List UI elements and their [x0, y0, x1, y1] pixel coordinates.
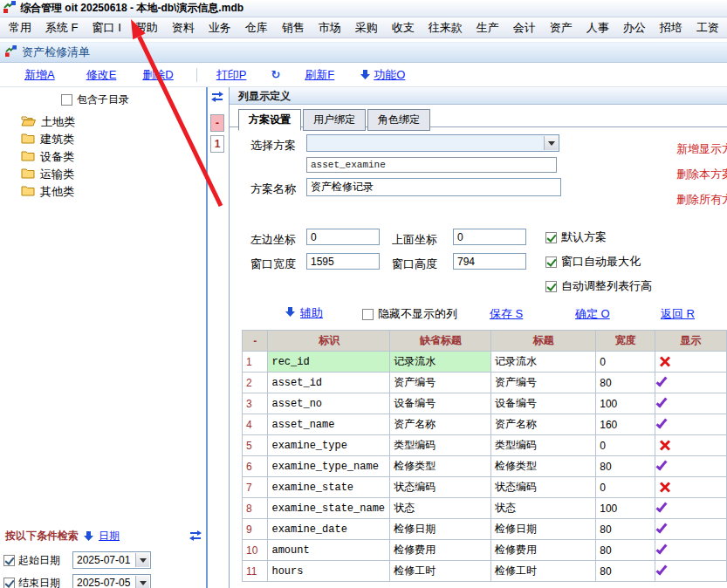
menu-item-6[interactable]: 业务: [202, 17, 238, 38]
strip-one-button[interactable]: 1: [210, 135, 224, 153]
table-row-9[interactable]: 9examine_date检修日期检修日期80: [243, 519, 727, 540]
menu-item-16[interactable]: 人事: [580, 17, 616, 38]
include-subdir-checkbox[interactable]: [61, 94, 72, 106]
table-row-11[interactable]: 11hours检修工时检修工时80: [243, 561, 727, 582]
auto-row-height-checkbox[interactable]: [545, 281, 557, 292]
menu-item-8[interactable]: 销售: [275, 17, 312, 38]
side-link-1[interactable]: 新增显示方案: [676, 141, 727, 157]
refresh-button[interactable]: 刷新F: [305, 67, 334, 83]
cell-show[interactable]: [655, 540, 726, 561]
menu-item-3[interactable]: 窗口 I: [86, 17, 128, 38]
end-date-checkbox[interactable]: [3, 578, 15, 588]
header-identifier[interactable]: 标识: [268, 331, 390, 352]
strip-swap-icon[interactable]: [210, 92, 224, 103]
edit-button[interactable]: 修改E: [86, 67, 117, 83]
print-button[interactable]: 打印P: [216, 67, 247, 83]
cell-show[interactable]: [655, 519, 726, 540]
table-row-1[interactable]: 1rec_id记录流水记录流水0: [243, 352, 727, 373]
table-row-3[interactable]: 3asset_no设备编号设备编号100: [243, 393, 727, 414]
menu-item-18[interactable]: 招培: [653, 17, 689, 38]
filter-swap-icon[interactable]: [189, 530, 202, 542]
delete-button[interactable]: 删除D: [142, 67, 173, 83]
table-row-10[interactable]: 10amount检修费用检修费用80: [243, 540, 727, 561]
table-row-5[interactable]: 5examine_type类型编码类型编码0: [243, 435, 727, 456]
menu-item-10[interactable]: 采购: [348, 17, 385, 38]
cell-show[interactable]: [655, 352, 726, 373]
end-date-combo[interactable]: 2025-07-05: [72, 574, 151, 588]
menu-item-2[interactable]: 系统 F: [38, 17, 86, 38]
cell-show[interactable]: [655, 561, 726, 582]
start-date-combo[interactable]: 2025-07-01: [72, 551, 151, 569]
table-row-7[interactable]: 7examine_state状态编码状态编码0: [243, 477, 727, 498]
start-date-checkbox[interactable]: [3, 555, 15, 566]
hide-columns-checkbox[interactable]: [362, 309, 374, 320]
tab-1[interactable]: 方案设置: [238, 109, 301, 131]
tab-3[interactable]: 角色绑定: [367, 109, 430, 131]
menu-item-15[interactable]: 资产: [543, 17, 580, 38]
table-row-6[interactable]: 6examine_type_name检修类型检修类型80: [243, 456, 727, 477]
menu-item-13[interactable]: 生产: [470, 17, 506, 38]
cell-show[interactable]: [655, 498, 726, 519]
cell-show[interactable]: [655, 414, 726, 435]
menu-item-17[interactable]: 办公: [616, 17, 653, 38]
scheme-select-dropdown-button[interactable]: [544, 136, 558, 150]
cell-show[interactable]: [655, 393, 726, 414]
date-menu[interactable]: 日期: [99, 529, 120, 544]
cell-default-title: 资产名称: [390, 414, 491, 435]
strip-minus-button[interactable]: -: [210, 114, 224, 132]
tab-2[interactable]: 用户绑定: [303, 109, 366, 131]
ok-button[interactable]: 确定 O: [575, 306, 610, 322]
scheme-name-label: 方案名称: [250, 181, 296, 197]
tree-item-3[interactable]: 设备类: [21, 148, 195, 166]
header-title[interactable]: 标题: [490, 331, 595, 352]
scheme-select-combo[interactable]: [306, 134, 559, 152]
back-button[interactable]: 返回 R: [661, 306, 695, 322]
helper-menu[interactable]: 辅助: [300, 305, 323, 321]
menu-item-9[interactable]: 市场: [312, 17, 348, 38]
scheme-name-input[interactable]: [306, 178, 561, 196]
start-date-dropdown-button[interactable]: [135, 553, 149, 567]
header-width[interactable]: 宽度: [596, 331, 655, 352]
cell-width: 100: [596, 393, 655, 414]
columns-table-header: - 标识 缺省标题 标题 宽度 显示: [243, 331, 727, 352]
cell-show[interactable]: [655, 373, 726, 393]
cell-identifier: rec_id: [268, 352, 390, 373]
add-button[interactable]: 新增A: [24, 67, 55, 83]
header-default-title[interactable]: 缺省标题: [390, 331, 491, 352]
window-width-input[interactable]: [306, 253, 380, 270]
menu-item-5[interactable]: 资料: [165, 17, 202, 38]
menu-item-1[interactable]: 常用: [2, 17, 38, 38]
default-scheme-checkbox[interactable]: [545, 232, 557, 243]
side-link-2[interactable]: 删除本方案: [676, 167, 727, 182]
menu-item-11[interactable]: 收支: [385, 17, 422, 38]
end-date-dropdown-button[interactable]: [135, 576, 149, 588]
side-link-3[interactable]: 删除所有方案: [676, 192, 727, 208]
cell-show[interactable]: [655, 435, 726, 456]
cell-show[interactable]: [655, 477, 726, 498]
splitter[interactable]: [206, 87, 208, 588]
window-height-input[interactable]: [453, 253, 526, 270]
functions-button[interactable]: 功能O: [374, 67, 405, 83]
header-show[interactable]: 显示: [655, 331, 726, 352]
top-coord-input[interactable]: [453, 229, 526, 245]
cell-show[interactable]: [655, 456, 726, 477]
menu-item-19[interactable]: 工资: [689, 17, 726, 38]
auto-maximize-checkbox[interactable]: [545, 256, 557, 268]
cell-width: 100: [596, 498, 655, 519]
left-coord-input[interactable]: [306, 229, 380, 245]
header-corner[interactable]: -: [243, 331, 268, 352]
tree-item-4[interactable]: 运输类: [21, 166, 195, 183]
menu-item-12[interactable]: 往来款: [422, 17, 470, 38]
menu-item-4[interactable]: 帮助: [128, 17, 165, 38]
menu-item-7[interactable]: 仓库: [238, 17, 275, 38]
table-row-4[interactable]: 4asset_name资产名称资产名称160: [243, 414, 727, 435]
filter-header: 按以下条件检索 日期: [5, 529, 206, 544]
table-row-8[interactable]: 8examine_state_name状态状态100: [243, 498, 727, 519]
tree-item-2[interactable]: 建筑类: [21, 131, 195, 148]
save-button[interactable]: 保存 S: [490, 306, 523, 322]
menu-item-14[interactable]: 会计: [506, 17, 543, 38]
tree-item-1[interactable]: 土地类: [21, 113, 195, 131]
panel-caption: 资产检修清单: [0, 42, 727, 63]
table-row-2[interactable]: 2asset_id资产编号资产编号80: [243, 373, 727, 393]
tree-item-5[interactable]: 其他类: [21, 183, 195, 201]
